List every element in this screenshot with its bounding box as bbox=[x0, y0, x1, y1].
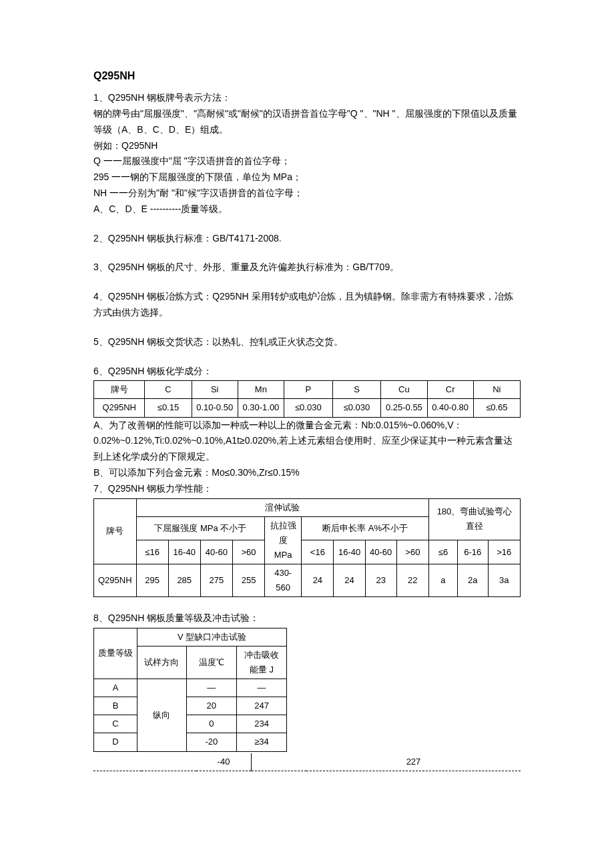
chem-header: C bbox=[145, 381, 192, 399]
table-row: Q295NH 295 285 275 255 430-560 24 24 23 … bbox=[94, 564, 521, 596]
chem-header: 牌号 bbox=[94, 381, 145, 399]
mech-cell: 2a bbox=[457, 564, 488, 596]
mech-elong-header: 断后申长率 A%不小于 bbox=[302, 516, 429, 540]
mech-col: 16-40 bbox=[168, 540, 200, 564]
impact-header: V 型缺口冲击试验 bbox=[137, 628, 287, 646]
mech-tensile-str-header: 抗拉强度 MPa bbox=[265, 516, 302, 564]
impact-cell: A bbox=[94, 679, 137, 697]
sec7-heading: 7、Q295NH 钢板力学性能： bbox=[93, 481, 521, 497]
impact-temp-cell: -40 bbox=[196, 753, 252, 771]
sec6-note3: B、可以添加下列合金元素：Mo≤0.30%,Zr≤0.15% bbox=[93, 465, 521, 481]
impact-cell: -20 bbox=[186, 733, 236, 751]
chem-header: S bbox=[332, 381, 381, 399]
chem-header: Mn bbox=[238, 381, 284, 399]
sec4: 4、Q295NH 钢板冶炼方式：Q295NH 采用转炉或电炉冶炼，且为镇静钢。除… bbox=[93, 289, 521, 321]
mech-col: 40-60 bbox=[365, 540, 396, 564]
table-row: C 0 234 bbox=[94, 715, 287, 733]
mech-cell: 24 bbox=[302, 564, 334, 596]
sec1-heading: 1、Q295NH 钢板牌号表示方法： bbox=[93, 90, 521, 106]
table-row: ≤16 16-40 40-60 >60 <16 16-40 40-60 >60 … bbox=[94, 540, 521, 564]
sec1-p1: 钢的牌号由"屈服强度"、"高耐候"或"耐候"的汉语拼音首位字母"Q "、"NH … bbox=[93, 106, 521, 138]
chem-cell: ≤0.030 bbox=[332, 399, 381, 417]
mech-tensile-header: 渲伸试验 bbox=[136, 498, 428, 516]
impact-energy-header: 冲击吸收能量 J bbox=[237, 646, 287, 679]
sec1-p4: 295 一一钢的下屈服强度的下限值，单位为 MPa； bbox=[93, 169, 521, 185]
impact-cell: — bbox=[186, 679, 236, 697]
mech-bend-header: 180。弯曲试验弯心直径 bbox=[428, 498, 520, 540]
mech-col: >16 bbox=[488, 540, 520, 564]
impact-test-table: 质量等级 V 型缺口冲击试验 试样方向 温度℃ 冲击吸收能量 J A 纵向 — … bbox=[93, 628, 287, 752]
sec3: 3、Q295NH 钢板的尺寸、外形、重量及允许偏差执行标准为：GB/T709。 bbox=[93, 260, 521, 276]
impact-cell: 247 bbox=[237, 697, 287, 715]
sec5: 5、Q295NH 钢板交货状态：以热轧、控轧或正火状态交货。 bbox=[93, 334, 521, 350]
mech-col: >60 bbox=[396, 540, 428, 564]
impact-energy-cell: 227 bbox=[306, 753, 521, 771]
impact-dir-cell: 纵向 bbox=[137, 679, 186, 751]
impact-cell bbox=[252, 753, 307, 771]
impact-cell: 0 bbox=[186, 715, 236, 733]
chem-cell: 0.40-0.80 bbox=[427, 399, 473, 417]
mech-col: <16 bbox=[302, 540, 334, 564]
mech-col: ≤16 bbox=[136, 540, 168, 564]
chem-header: Cu bbox=[381, 381, 427, 399]
mechanical-properties-table: 牌号 渲伸试验 180。弯曲试验弯心直径 下屈服强度 MPa 不小于 抗拉强度 … bbox=[93, 498, 521, 598]
mech-cell: 24 bbox=[334, 564, 365, 596]
impact-cell: 234 bbox=[237, 715, 287, 733]
sec8-heading: 8、Q295NH 钢板质量等级及冲击试验： bbox=[93, 610, 521, 626]
impact-dir-header: 试样方向 bbox=[137, 646, 186, 679]
mech-grade-header: 牌号 bbox=[94, 498, 137, 564]
sec6-note2: 0.02%~0.12%,Ti:0.02%~0.10%,A1t≥0.020%,若上… bbox=[93, 433, 521, 465]
table-row: -40 227 bbox=[93, 753, 521, 771]
sec6-heading: 6、Q295NH 钢板化学成分： bbox=[93, 364, 521, 380]
doc-title: Q295NH bbox=[93, 67, 521, 85]
mech-col: 6-16 bbox=[457, 540, 488, 564]
mech-cell: Q295NH bbox=[94, 564, 137, 596]
chem-cell: ≤0.030 bbox=[284, 399, 333, 417]
sec2: 2、Q295NH 钢板执行标准：GB/T4171-2008. bbox=[93, 231, 521, 247]
impact-cell: D bbox=[94, 733, 137, 751]
mech-cell: 22 bbox=[396, 564, 428, 596]
table-row: A 纵向 — — bbox=[94, 679, 287, 697]
impact-cell bbox=[141, 753, 196, 771]
table-row: Q295NH ≤0.15 0.10-0.50 0.30-1.00 ≤0.030 … bbox=[94, 399, 521, 417]
impact-cell: 20 bbox=[186, 697, 236, 715]
chem-header: Cr bbox=[427, 381, 473, 399]
impact-cell: C bbox=[94, 715, 137, 733]
chem-cell: ≤0.15 bbox=[145, 399, 192, 417]
impact-temp-header: 温度℃ bbox=[186, 646, 236, 679]
impact-cell: — bbox=[237, 679, 287, 697]
chem-cell: ≤0.65 bbox=[473, 399, 520, 417]
chem-header: Ni bbox=[473, 381, 520, 399]
mech-cell: 255 bbox=[232, 564, 264, 596]
mech-cell: 3a bbox=[488, 564, 520, 596]
chem-cell: 0.10-0.50 bbox=[192, 399, 238, 417]
table-row: B 20 247 bbox=[94, 697, 287, 715]
sec1-p2: 例如：Q295NH bbox=[93, 138, 521, 154]
sec1-p3: Q 一一屈服强度中"屈 "字汉语拼音的首位字母； bbox=[93, 153, 521, 169]
mech-cell: 285 bbox=[168, 564, 200, 596]
mech-cell: a bbox=[428, 564, 457, 596]
sec1-p6: A、C、D、E ----------质量等级。 bbox=[93, 201, 521, 218]
mech-col: >60 bbox=[232, 540, 264, 564]
chem-cell: 0.30-1.00 bbox=[238, 399, 284, 417]
impact-grade-header: 质量等级 bbox=[94, 628, 137, 679]
impact-cell: ≥34 bbox=[237, 733, 287, 751]
chemical-composition-table: 牌号 C Si Mn P S Cu Cr Ni Q295NH ≤0.15 0.1… bbox=[93, 380, 521, 417]
table-row: D -20 ≥34 bbox=[94, 733, 287, 751]
impact-cell bbox=[93, 753, 141, 771]
sec6-note1: A、为了改善钢的性能可以添加一种或一种以上的微量合金元素：Nb:0.015%~0… bbox=[93, 418, 521, 434]
table-row: 牌号 渲伸试验 180。弯曲试验弯心直径 bbox=[94, 498, 521, 516]
mech-yield-header: 下屈服强度 MPa 不小于 bbox=[136, 516, 265, 540]
mech-cell: 295 bbox=[136, 564, 168, 596]
mech-cell: 275 bbox=[200, 564, 232, 596]
chem-cell: Q295NH bbox=[94, 399, 145, 417]
mech-col: 16-40 bbox=[334, 540, 365, 564]
impact-last-row-table: -40 227 bbox=[93, 753, 521, 771]
chem-cell: 0.25-0.55 bbox=[381, 399, 427, 417]
mech-col: 40-60 bbox=[200, 540, 232, 564]
table-row: 牌号 C Si Mn P S Cu Cr Ni bbox=[94, 381, 521, 399]
sec1-p5: NH 一一分别为"耐 "和"候"字汉语拼音的首位字母； bbox=[93, 185, 521, 201]
mech-col: ≤6 bbox=[428, 540, 457, 564]
chem-header: Si bbox=[192, 381, 238, 399]
impact-cell: B bbox=[94, 697, 137, 715]
